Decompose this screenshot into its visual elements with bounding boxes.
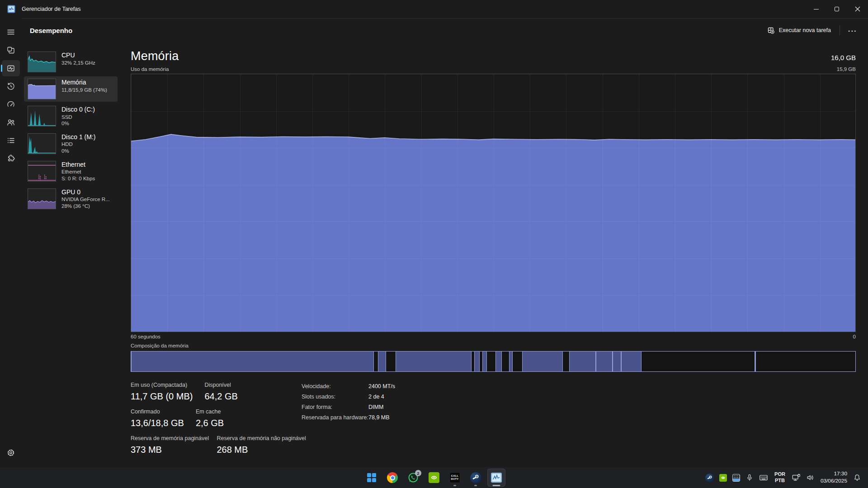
tray-network-button[interactable] (789, 472, 803, 483)
minimize-button[interactable] (806, 0, 826, 18)
page-header: Desempenho Executar nova tarefa ... (22, 19, 868, 42)
composition-segment-used (495, 352, 502, 371)
nav-item-app-history[interactable] (2, 78, 20, 94)
sidebar-item-disk0[interactable]: Disco 0 (C:) SSD 0% (24, 103, 118, 129)
composition-segment-used (378, 352, 386, 371)
task-manager-taskbar-button[interactable] (487, 469, 505, 487)
task-manager-window: Gerenciador de Tarefas (0, 0, 868, 467)
speaker-icon (806, 474, 815, 482)
nav-item-startup-apps[interactable] (2, 96, 20, 113)
tray-app-window-button[interactable] (730, 472, 742, 483)
nav-rail (0, 18, 22, 467)
steam-button[interactable] (467, 469, 485, 487)
memory-composition-bar (131, 351, 856, 372)
stat-committed: Confirmado 13,6/18,8 GB (131, 408, 184, 428)
disk1-thumbnail-chart (28, 133, 56, 154)
gpu0-thumbnail-chart (28, 188, 56, 209)
stat-non-paged-pool: Reserva de memória não paginável 268 MB (217, 435, 302, 455)
menu-button[interactable] (2, 24, 20, 40)
users-icon (6, 118, 15, 127)
tray-touch-keyboard-button[interactable] (757, 472, 770, 483)
sidebar-disk0-subtitle: SSD (61, 114, 95, 121)
composition-segment-free (502, 352, 509, 371)
sidebar-item-gpu0[interactable]: GPU 0 NVIDIA GeForce R... 28% (36 °C) (24, 186, 118, 212)
microphone-icon (745, 474, 754, 482)
language-indicator[interactable]: POR PTB (771, 470, 788, 485)
minimize-icon (814, 9, 819, 9)
tray-steam-button[interactable] (703, 472, 716, 484)
date: 03/06/2025 (821, 478, 847, 485)
sidebar-disk0-usage: 0% (61, 120, 95, 127)
nav-item-users[interactable] (2, 114, 20, 131)
memory-usage-max-label: 15,9 GB (837, 66, 856, 72)
nav-item-settings[interactable] (2, 445, 20, 461)
sidebar-ethernet-speeds: S: 0 R: 0 Kbps (61, 175, 95, 182)
tray-app-window-icon (732, 474, 740, 482)
stat-cached: Em cache 2,6 GB (196, 408, 245, 428)
titlebar: Gerenciador de Tarefas (0, 0, 868, 18)
sidebar-memory-title: Memória (61, 79, 107, 87)
composition-segment-free (563, 352, 569, 371)
nav-item-details[interactable] (2, 132, 20, 149)
network-icon (792, 474, 801, 482)
sidebar-gpu0-usage: 28% (36 °C) (61, 203, 110, 210)
window-title: Gerenciador de Tarefas (22, 6, 80, 12)
clock[interactable]: 17:30 03/06/2025 (818, 469, 850, 485)
composition-segment-used (482, 352, 487, 371)
touch-keyboard-icon (759, 474, 768, 482)
memory-usage-area (131, 134, 855, 332)
bell-icon (853, 474, 861, 482)
app-history-icon (6, 82, 15, 91)
nav-item-processes[interactable] (2, 42, 20, 58)
performance-sidebar: CPU 32% 2,15 GHz Memória (22, 42, 118, 467)
time: 17:30 (821, 470, 847, 478)
notification-bell-button[interactable] (851, 472, 863, 483)
tray-volume-button[interactable] (804, 472, 817, 483)
composition-segment-free (642, 352, 755, 371)
sidebar-cpu-title: CPU (61, 52, 95, 60)
whatsapp-button[interactable]: 2 (404, 469, 422, 487)
tray-microphone-button[interactable] (743, 472, 756, 483)
sidebar-item-disk1[interactable]: Disco 1 (M:) HDD 0% (24, 131, 118, 157)
sidebar-item-cpu[interactable]: CPU 32% 2,15 GHz (24, 49, 118, 75)
sidebar-item-ethernet[interactable]: Ethernet Ethernet S: 0 R: 0 Kbps (24, 159, 118, 184)
hamburger-icon (6, 28, 15, 37)
whatsapp-badge: 2 (415, 470, 421, 476)
more-options-button[interactable]: ... (844, 23, 862, 38)
composition-segment-free (756, 352, 855, 371)
header-actions: Executar nova tarefa ... (762, 23, 862, 38)
memory-usage-chart (131, 74, 856, 332)
memory-title: Memória (131, 49, 179, 63)
stat-in-use: Em uso (Compactada) 11,7 GB (0 MB) (131, 382, 193, 402)
tray-nvidia-icon (719, 474, 727, 482)
system-tray: POR PTB 17:30 03/06/2025 (703, 469, 868, 485)
chart-x-left-label: 60 segundos (131, 334, 160, 339)
composition-segment-used (396, 352, 472, 371)
sidebar-memory-subtitle: 11,8/15,9 GB (74%) (61, 87, 107, 94)
memory-panel: Memória 16,0 GB Uso da memória 15,9 GB (118, 42, 868, 467)
composition-segment-free (487, 352, 495, 371)
nvidia-button[interactable] (425, 469, 443, 487)
nvidia-icon (429, 472, 439, 483)
sidebar-item-memory[interactable]: Memória 11,8/15,9 GB (74%) (24, 76, 118, 102)
maximize-button[interactable] (826, 0, 847, 18)
taskbar-center: 2 CALL DUTY (363, 469, 505, 487)
right-pane: Desempenho Executar nova tarefa ... (22, 18, 868, 467)
call-of-duty-button[interactable]: CALL DUTY (446, 469, 464, 487)
nav-item-services[interactable] (2, 150, 20, 167)
detail-form-factor: Fator forma: DIMM (302, 403, 395, 411)
memory-usage-chart-label: Uso da memória (131, 66, 169, 72)
startup-apps-icon (6, 100, 15, 109)
taskbar: 2 CALL DUTY (0, 467, 868, 488)
run-new-task-button[interactable]: Executar nova tarefa (762, 23, 836, 38)
tray-nvidia-button[interactable] (717, 472, 729, 483)
sidebar-disk0-title: Disco 0 (C:) (61, 106, 95, 114)
memory-stats: Em uso (Compactada) 11,7 GB (0 MB) Dispo… (131, 382, 856, 462)
start-button[interactable] (363, 469, 381, 487)
services-icon (6, 154, 15, 163)
close-button[interactable] (847, 0, 868, 18)
sidebar-ethernet-title: Ethernet (61, 161, 95, 169)
chrome-button[interactable] (383, 469, 401, 487)
nav-item-performance[interactable] (2, 60, 20, 76)
processes-icon (6, 46, 15, 55)
